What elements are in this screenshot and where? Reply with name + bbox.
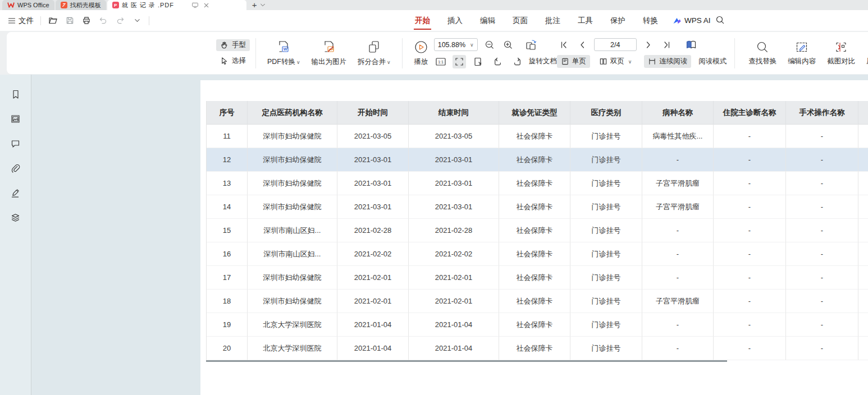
file-menu-button[interactable]: 文件	[8, 16, 34, 26]
table-cell	[858, 219, 868, 242]
double-page-button[interactable]: 双页 ∨	[595, 55, 636, 68]
table-cell: -	[786, 337, 858, 360]
table-row[interactable]: 11深圳市妇幼保健院2021-03-052021-03-05社会保障卡门诊挂号病…	[207, 125, 868, 148]
ribbon-tab-comment[interactable]: 批注	[544, 11, 561, 31]
table-cell: -	[786, 125, 858, 148]
tab-docer-templates[interactable]: 找稻壳模板	[56, 0, 106, 10]
page-number-input[interactable]: 2/4	[594, 38, 637, 51]
tab-list-chevron-icon[interactable]	[260, 3, 266, 7]
ribbon-tab-edit[interactable]: 编辑	[479, 11, 496, 31]
document-canvas[interactable]: 序号定点医药机构名称开始时间结束时间就诊凭证类型医疗类别病种名称住院主诊断名称手…	[32, 75, 868, 395]
attachment-icon[interactable]	[10, 162, 22, 174]
more-actions-chevron-icon[interactable]	[132, 16, 142, 26]
print-icon[interactable]	[81, 16, 92, 26]
table-row[interactable]: 17深圳市妇幼保健院2021-02-012021-02-01社会保障卡门诊挂号-…	[207, 266, 868, 290]
table-cell: -	[642, 337, 714, 360]
table-cell: 2021-02-02	[337, 242, 409, 266]
toolbar-strip: 手型 选择 W PDF转换∨ 输出为图片	[0, 31, 868, 75]
chevron-down-icon: ∨	[296, 59, 300, 65]
compress-button[interactable]: 压缩	[861, 40, 868, 66]
redo-icon[interactable]	[115, 16, 125, 26]
replace-pages-icon[interactable]	[524, 38, 538, 52]
table-cell: 深圳市妇幼保健院	[248, 125, 337, 148]
screenshot-compare-button[interactable]: 截图对比	[821, 40, 861, 66]
first-page-icon[interactable]	[557, 38, 570, 52]
find-replace-icon	[756, 40, 769, 54]
table-cell: 15	[207, 219, 248, 242]
new-tab-button[interactable]: +	[252, 2, 257, 8]
rotate-left-icon[interactable]	[492, 55, 505, 68]
table-row[interactable]: 12深圳市妇幼保健院2021-03-012021-03-01社会保障卡门诊挂号-…	[207, 148, 868, 172]
one-to-one-text: 1:1	[438, 60, 444, 64]
table-row[interactable]: 13深圳市妇幼保健院2021-03-012021-03-01社会保障卡门诊挂号子…	[207, 172, 868, 195]
ribbon-tab-tools[interactable]: 工具	[577, 11, 594, 31]
select-tool-button[interactable]: 选择	[216, 55, 250, 67]
layers-icon[interactable]	[10, 212, 22, 224]
pdf-convert-button[interactable]: W PDF转换∨	[262, 40, 306, 67]
signature-icon[interactable]	[10, 187, 22, 199]
ribbon-tab-convert[interactable]: 转换	[642, 11, 659, 31]
tab-document-pdf[interactable]: P 就 医 记 录 .PDF	[107, 0, 246, 10]
ribbon-tab-insert[interactable]: 插入	[446, 11, 464, 31]
monitor-icon[interactable]	[191, 2, 199, 8]
table-row[interactable]: 14深圳市妇幼保健院2021-03-012021-03-01社会保障卡门诊挂号子…	[207, 195, 868, 219]
play-button[interactable]: 播放	[408, 40, 434, 67]
ribbon-tab-protect[interactable]: 保护	[609, 11, 627, 31]
wps-ai-button[interactable]: WPS AI	[673, 10, 711, 31]
table-cell: 社会保障卡	[499, 219, 570, 242]
read-mode-book-icon[interactable]	[684, 38, 698, 52]
hand-tool-button[interactable]: 手型	[216, 39, 250, 51]
rotate-right-icon[interactable]	[510, 55, 524, 68]
table-row[interactable]: 15深圳市南山区妇...2021-02-282021-02-28社会保障卡门诊挂…	[207, 219, 868, 242]
open-folder-icon[interactable]	[48, 16, 58, 26]
table-cell: 2021-02-28	[337, 219, 409, 242]
table-cell: -	[786, 195, 858, 219]
table-cell: 深圳市妇幼保健院	[248, 172, 337, 195]
save-icon[interactable]	[65, 16, 75, 26]
last-page-icon[interactable]	[660, 38, 674, 52]
table-cell	[858, 195, 868, 219]
wps-ai-logo-icon	[673, 17, 682, 25]
bookmark-icon[interactable]	[10, 88, 22, 100]
table-cell: 门诊挂号	[570, 290, 642, 313]
table-cell: 2021-01-04	[409, 313, 499, 337]
zoom-in-icon[interactable]	[501, 38, 515, 52]
edit-content-button[interactable]: 编辑内容	[782, 40, 821, 66]
table-cell: 门诊挂号	[570, 313, 642, 337]
table-cell: -	[714, 219, 786, 242]
table-row[interactable]: 18深圳市妇幼保健院2021-02-012021-02-01社会保障卡门诊挂号子…	[207, 290, 868, 313]
table-row[interactable]: 16深圳市南山区妇...2021-02-022021-02-02社会保障卡门诊挂…	[207, 242, 868, 266]
undo-icon[interactable]	[98, 16, 108, 26]
read-mode-button[interactable]: 阅读模式	[698, 57, 727, 66]
table-cell: -	[786, 266, 858, 290]
table-cell	[858, 266, 868, 290]
thumbnail-icon[interactable]	[10, 113, 22, 125]
rotate-document-button[interactable]: 旋转文档	[529, 57, 557, 66]
tab-wps-office[interactable]: WPS Office	[2, 0, 54, 10]
table-row[interactable]: 20北京大学深圳医院2021-01-042021-01-04社会保障卡门诊挂号-…	[207, 337, 868, 360]
table-row[interactable]: 19北京大学深圳医院2021-01-042021-01-04社会保障卡门诊挂号-…	[207, 313, 868, 337]
fit-page-icon[interactable]	[453, 55, 466, 68]
fit-width-icon[interactable]	[471, 55, 485, 68]
ribbon-tab-home[interactable]: 开始	[414, 11, 431, 31]
next-page-icon[interactable]	[642, 38, 655, 52]
previous-page-icon[interactable]	[575, 38, 589, 52]
export-image-button[interactable]: 输出为图片	[306, 40, 353, 67]
zoom-level-input[interactable]: 105.88% ∨	[434, 38, 478, 51]
split-merge-button[interactable]: 拆分合并∨	[352, 40, 396, 67]
actual-size-icon[interactable]: 1:1	[434, 55, 447, 68]
ribbon-tabs: 开始 插入 编辑 页面 批注 工具 保护 转换	[414, 10, 659, 31]
close-icon[interactable]	[203, 2, 209, 8]
table-cell: 20	[207, 337, 248, 360]
zoom-out-icon[interactable]	[483, 38, 496, 52]
comment-icon[interactable]	[10, 137, 22, 150]
hamburger-icon	[8, 17, 16, 24]
single-page-button[interactable]: 单页	[557, 55, 590, 68]
table-cell: 2021-03-01	[337, 148, 409, 172]
find-replace-button[interactable]: 查找替换	[743, 40, 782, 66]
search-icon[interactable]	[715, 15, 725, 25]
divider	[734, 38, 735, 68]
continuous-reading-button[interactable]: 连续阅读	[644, 55, 691, 68]
ribbon-tab-page[interactable]: 页面	[511, 11, 529, 31]
table-cell	[858, 125, 868, 148]
